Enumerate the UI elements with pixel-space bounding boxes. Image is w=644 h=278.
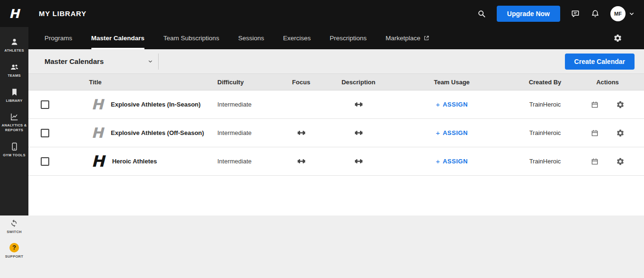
schedule-calendar-button[interactable]	[590, 129, 599, 137]
upgrade-now-button[interactable]: Upgrade Now	[497, 6, 560, 22]
sidebar-item-library[interactable]: LIBRARY	[0, 83, 28, 108]
library-settings-button[interactable]	[613, 34, 622, 43]
tab-prescriptions[interactable]: Prescriptions	[330, 27, 367, 49]
chevron-down-icon[interactable]	[628, 10, 635, 18]
tab-label: Team Subscriptions	[163, 35, 219, 42]
difficulty-value: Intermediate	[213, 129, 270, 136]
dumbbell-icon[interactable]	[355, 100, 363, 108]
dumbbell-icon[interactable]	[355, 129, 363, 137]
tab-sessions[interactable]: Sessions	[238, 27, 264, 49]
messages-button[interactable]	[571, 9, 580, 18]
plus-icon: +	[436, 157, 440, 165]
library-icon	[10, 88, 19, 97]
sidebar-item-label: SWITCH	[7, 230, 21, 234]
difficulty-value: Intermediate	[213, 158, 270, 165]
row-checkbox[interactable]	[41, 100, 49, 109]
sidebar-item-gym-tools[interactable]: GYM TOOLS	[0, 137, 28, 162]
row-checkbox[interactable]	[41, 129, 49, 137]
topbar-actions: Upgrade Now MF	[477, 6, 635, 22]
schedule-calendar-button[interactable]	[590, 100, 599, 109]
difficulty-value: Intermediate	[213, 101, 270, 108]
analytics-icon	[10, 112, 19, 121]
row-settings-button[interactable]	[616, 157, 625, 166]
toolbar-divider	[158, 54, 159, 70]
sidebar-bottom: SWITCH ? SUPPORT	[0, 219, 28, 259]
search-icon	[477, 9, 486, 18]
column-header-title: Title	[62, 79, 213, 86]
row-checkbox[interactable]	[41, 157, 49, 166]
column-header-focus: Focus	[270, 79, 332, 86]
tab-exercises[interactable]: Exercises	[283, 27, 311, 49]
create-calendar-button[interactable]: Create Calendar	[565, 54, 635, 70]
sidebar-item-athletes[interactable]: ATHLETES	[0, 33, 28, 58]
tab-label: Prescriptions	[330, 35, 367, 42]
sidebar-item-label: GYM TOOLS	[3, 153, 26, 158]
page-title: MY LIBRARY	[39, 9, 87, 18]
tab-label: Marketplace	[385, 35, 420, 42]
calendar-type-value: Master Calendars	[45, 57, 104, 65]
calendar-toolbar: Master Calendars Create Calendar	[28, 49, 644, 73]
tab-master-calendars[interactable]: Master Calendars	[91, 27, 145, 49]
notifications-button[interactable]	[590, 9, 600, 18]
dumbbell-icon[interactable]	[297, 157, 305, 165]
tab-label: Sessions	[238, 35, 264, 42]
row-settings-button[interactable]	[616, 129, 625, 137]
calendar-type-dropdown[interactable]: Master Calendars	[45, 57, 158, 65]
schedule-calendar-button[interactable]	[590, 157, 599, 166]
column-header-created-by: Created By	[519, 79, 571, 86]
dumbbell-icon[interactable]	[297, 129, 305, 137]
calendar-title: Heroic Athletes	[112, 158, 157, 165]
created-by-value: TrainHeroic	[519, 129, 571, 136]
tab-marketplace[interactable]: Marketplace	[385, 27, 429, 49]
assign-label: ASSIGN	[443, 101, 468, 108]
column-header-team-usage: Team Usage	[385, 79, 519, 86]
row-settings-button[interactable]	[616, 100, 625, 109]
athlete-icon	[10, 37, 19, 46]
table-footer-space	[28, 176, 644, 215]
trainheroic-logo: H	[91, 98, 103, 112]
sidebar-item-label: ANALYTICS & REPORTS	[1, 123, 27, 133]
account-menu[interactable]: MF	[610, 6, 635, 21]
assign-button[interactable]: + ASSIGN	[385, 129, 519, 137]
tab-programs[interactable]: Programs	[45, 27, 72, 49]
tab-label: Programs	[45, 35, 72, 42]
sidebar-item-analytics-reports[interactable]: ANALYTICS & REPORTS	[0, 108, 28, 137]
plus-icon: +	[436, 129, 440, 137]
table-row[interactable]: H Explosive Athletes (Off-Season) Interm…	[28, 119, 644, 147]
calendar-title: Explosive Athletes (In-Season)	[111, 101, 201, 108]
app-root: MY LIBRARY Upgrade Now MF Prog	[0, 0, 644, 278]
sidebar-item-label: SUPPORT	[5, 254, 23, 259]
topbar: MY LIBRARY Upgrade Now MF	[28, 0, 644, 27]
support-button[interactable]: ? SUPPORT	[5, 243, 23, 259]
created-by-value: TrainHeroic	[519, 158, 571, 165]
avatar[interactable]: MF	[610, 6, 626, 21]
sidebar-items: ATHLETES TEAMS LIBRARY ANALYTICS & REPOR…	[0, 33, 28, 162]
teams-icon	[10, 63, 19, 72]
assign-label: ASSIGN	[443, 158, 468, 165]
calendar-icon	[590, 157, 599, 166]
dumbbell-icon[interactable]	[355, 157, 363, 165]
plus-icon: +	[436, 100, 440, 108]
column-header-actions: Actions	[571, 79, 644, 86]
assign-button[interactable]: + ASSIGN	[385, 100, 519, 108]
trainheroic-logo: H	[9, 7, 19, 21]
tab-label: Master Calendars	[91, 35, 145, 42]
tab-team-subscriptions[interactable]: Team Subscriptions	[163, 27, 219, 49]
assign-button[interactable]: + ASSIGN	[385, 157, 519, 165]
table-row[interactable]: H Heroic Athletes Intermediate + ASSIGN …	[28, 147, 644, 176]
chat-icon	[571, 9, 580, 18]
library-nav: Programs Master Calendars Team Subscript…	[28, 27, 644, 49]
column-header-difficulty: Difficulty	[213, 79, 270, 86]
trainheroic-logo: H	[91, 153, 105, 169]
sidebar-item-label: ATHLETES	[4, 48, 24, 53]
assign-label: ASSIGN	[443, 129, 468, 136]
sidebar-item-label: LIBRARY	[6, 99, 22, 103]
switch-icon	[9, 219, 18, 228]
table-header-row: Title Difficulty Focus Description Team …	[28, 73, 644, 90]
search-button[interactable]	[477, 9, 486, 18]
home-logo-button[interactable]: H	[0, 0, 28, 27]
sidebar-item-teams[interactable]: TEAMS	[0, 58, 28, 83]
sidebar-item-label: TEAMS	[8, 73, 21, 78]
switch-account-button[interactable]: SWITCH	[7, 219, 21, 234]
table-row[interactable]: H Explosive Athletes (In-Season) Interme…	[28, 90, 644, 119]
